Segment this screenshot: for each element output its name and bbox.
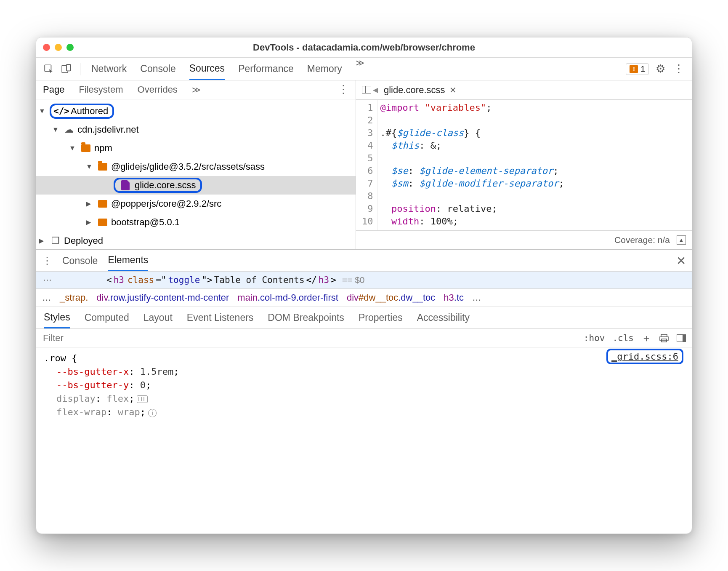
flex-badge-icon[interactable] [137,395,148,403]
styletab-dombreakpoints[interactable]: DOM Breakpoints [268,307,344,328]
close-tab-icon[interactable]: ✕ [449,85,457,95]
navigator-tabs: Page Filesystem Overrides ≫ ⋮ [36,80,356,99]
traffic-lights [43,44,74,51]
settings-gear-icon[interactable]: ⚙ [653,62,667,75]
tree-cdn[interactable]: ▼ ☁ cdn.jsdelivr.net [36,120,356,139]
new-rule-icon[interactable]: ＋ [641,331,651,345]
coverage-label: Coverage: n/a [614,235,670,245]
styletab-layout[interactable]: Layout [143,307,173,328]
elements-selected-line[interactable]: ⋯ <h3 class="toggle">Table of Contents</… [36,271,692,289]
tab-performance[interactable]: Performance [238,58,294,80]
file-tree: ▼ </> Authored ▼ ☁ cdn.jsdelivr.net ▼ np… [36,99,356,249]
crumb[interactable]: h3.tc [444,292,464,303]
tab-memory[interactable]: Memory [307,58,342,80]
styletab-properties[interactable]: Properties [359,307,403,328]
close-window-button[interactable] [43,44,50,51]
inspect-icon[interactable] [42,62,56,76]
drawer-kebab-icon[interactable]: ⋮ [42,255,52,267]
styletab-computed[interactable]: Computed [85,307,129,328]
device-toggle-icon[interactable] [60,62,73,76]
navigator-pane: Page Filesystem Overrides ≫ ⋮ ▼ </> Auth… [36,80,356,249]
tree-npm[interactable]: ▼ npm [36,139,356,157]
tab-sources[interactable]: Sources [189,58,225,80]
crumb[interactable]: div#dw__toc.dw__toc [347,292,435,303]
css-prop[interactable]: display: flex; [56,392,684,406]
editor-footer: Coverage: n/a ▲ [356,230,692,249]
more-tabs-chevron-icon[interactable]: ≫ [356,58,364,80]
crumb[interactable]: … [472,292,481,303]
folder-icon [97,198,109,210]
tree-glide-file[interactable]: glide.core.scss [36,176,356,195]
css-prop[interactable]: --bs-gutter-y: 0; [56,379,684,392]
rule-source-link[interactable]: _grid.scss:6 [606,350,683,363]
kebab-menu-icon[interactable]: ⋮ [672,62,686,75]
nav-tab-page[interactable]: Page [43,84,64,95]
css-prop[interactable]: flex-wrap: wrap;i [56,406,684,419]
panel-tabs: Network Console Sources Performance Memo… [91,58,364,80]
cls-toggle[interactable]: .cls [612,333,634,343]
tree-label: cdn.jsdelivr.net [77,124,139,135]
maximize-window-button[interactable] [66,44,74,51]
tree-label: Authored [71,106,108,117]
styles-filter-input[interactable] [36,333,578,344]
tree-glide-path[interactable]: ▼ @glidejs/glide@3.5.2/src/assets/sass [36,157,356,176]
svg-rect-3 [661,334,667,337]
styletab-accessibility[interactable]: Accessibility [417,307,470,328]
info-icon[interactable]: i [148,409,157,417]
folder-icon [97,161,109,173]
tree-bootstrap[interactable]: ▶ bootstrap@5.0.1 [36,213,356,232]
tree-label: Deployed [64,235,103,246]
rule-selector: .row { [44,352,684,365]
styles-filter-row: :hov .cls ＋ [36,329,692,347]
folder-icon [97,216,109,228]
crumb[interactable]: _strap. [60,292,88,303]
tree-label: glide.core.scss [135,180,196,191]
editor-pane: ◀ glide.core.scss ✕ 1234567891011 @impor… [356,80,692,249]
tree-label: npm [94,143,112,154]
folder-icon [80,142,92,154]
cloud-icon: ☁ [63,124,75,136]
authored-icon: </> [56,105,67,117]
expand-dots-icon[interactable]: ⋯ [43,275,53,285]
pane-toggle-icon[interactable]: ◀ [362,86,378,94]
nav-tab-filesystem[interactable]: Filesystem [79,84,123,95]
hov-toggle[interactable]: :hov [584,333,605,343]
minimize-window-button[interactable] [55,44,62,51]
file-icon [120,179,131,191]
tree-popper[interactable]: ▶ @popperjs/core@2.9.2/src [36,195,356,213]
breadcrumbs[interactable]: … _strap. div.row.justify-content-md-cen… [36,289,692,307]
crumb[interactable]: main.col-md-9.order-first [237,292,338,303]
nav-more-chevron-icon[interactable]: ≫ [192,85,201,95]
nav-kebab-icon[interactable]: ⋮ [338,83,349,96]
main-toolbar: Network Console Sources Performance Memo… [36,58,692,80]
tree-authored[interactable]: ▼ </> Authored [36,102,356,120]
styles-body[interactable]: _grid.scss:6 .row { --bs-gutter-x: 1.5re… [36,347,692,423]
styletab-styles[interactable]: Styles [44,307,70,328]
devtools-window: DevTools - datacadamia.com/web/browser/c… [36,37,692,534]
file-tab-label: glide.core.scss [384,85,445,96]
code-content: @import "variables";.#{$glide-class} { $… [378,100,567,230]
sidebar-toggle-icon[interactable] [677,334,686,342]
file-tab[interactable]: glide.core.scss ✕ [384,85,457,96]
crumb[interactable]: … [42,292,51,303]
tab-network[interactable]: Network [91,58,127,80]
tree-label: @popperjs/core@2.9.2/src [111,198,221,209]
tree-label: @glidejs/glide@3.5.2/src/assets/sass [111,161,265,172]
crumb[interactable]: div.row.justify-content-md-center [96,292,229,303]
svg-rect-4 [660,337,668,340]
css-prop[interactable]: --bs-gutter-x: 1.5rem; [56,365,684,379]
svg-rect-2 [66,64,71,71]
drawer-tabs: ⋮ Console Elements ✕ [36,250,692,271]
nav-tab-overrides[interactable]: Overrides [138,84,178,95]
drawer-tab-elements[interactable]: Elements [108,250,148,271]
warnings-badge[interactable]: ! 1 [626,63,649,75]
drawer-tab-console[interactable]: Console [62,255,98,267]
expand-up-icon[interactable]: ▲ [677,235,686,245]
print-icon[interactable] [659,334,669,342]
styletab-eventlisteners[interactable]: Event Listeners [187,307,254,328]
drawer: ⋮ Console Elements ✕ ⋯ <h3 class="toggle… [36,249,692,534]
tree-deployed[interactable]: ▶ ❒ Deployed [36,232,356,249]
code-editor[interactable]: 1234567891011 @import "variables";.#{$gl… [356,100,692,230]
tab-console[interactable]: Console [140,58,175,80]
drawer-close-icon[interactable]: ✕ [676,254,686,268]
